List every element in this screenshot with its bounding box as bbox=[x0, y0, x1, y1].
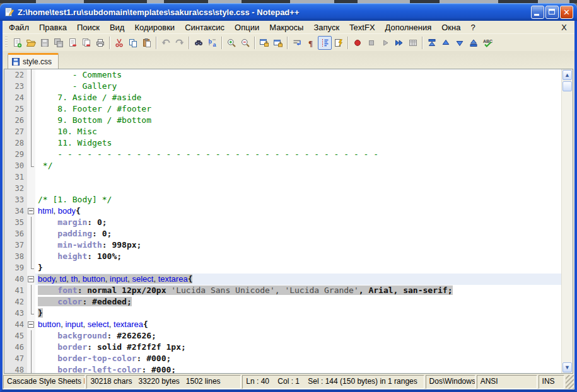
code-line-26[interactable]: 26 9. Bottom / #bottom bbox=[4, 115, 562, 126]
code-line-43[interactable]: 43} bbox=[4, 308, 562, 319]
code-text[interactable]: } bbox=[35, 308, 562, 319]
copy-icon[interactable] bbox=[126, 36, 140, 50]
code-text[interactable]: 7. Aside / #aside bbox=[35, 92, 562, 103]
scroll-down-arrow-icon[interactable]: ▼ bbox=[562, 362, 572, 372]
toolbar-grip[interactable] bbox=[5, 37, 8, 49]
minimize-button[interactable] bbox=[531, 6, 544, 19]
paste-icon[interactable] bbox=[140, 36, 154, 50]
status-insert-mode[interactable]: INS bbox=[539, 375, 565, 389]
fold-toggle-icon[interactable] bbox=[27, 319, 35, 330]
menu-item-settings[interactable]: Опции bbox=[230, 21, 264, 33]
code-line-28[interactable]: 28 11. Widgets bbox=[4, 137, 562, 149]
code-line-40[interactable]: 40body, td, th, button, input, select, t… bbox=[4, 274, 562, 285]
code-line-47[interactable]: 47 border-top-color: #000; bbox=[4, 353, 562, 364]
code-text[interactable]: margin: 0; bbox=[35, 217, 562, 228]
code-line-29[interactable]: 29 - - - - - - - - - - - - - - - - - - -… bbox=[4, 149, 562, 160]
title-bar[interactable]: Z:\home\test1.ru\subdomain\templates\sak… bbox=[0, 3, 577, 21]
code-text[interactable]: 10. Misc bbox=[35, 126, 562, 137]
code-line-23[interactable]: 23 - Gallery bbox=[4, 81, 562, 92]
code-text[interactable]: border-top-color: #000; bbox=[35, 353, 562, 364]
code-text[interactable]: - - - - - - - - - - - - - - - - - - - - … bbox=[35, 149, 562, 160]
code-text[interactable]: */ bbox=[35, 160, 562, 171]
status-cursor-position[interactable]: Ln : 40 Col : 1 Sel : 144 (150 bytes) in… bbox=[242, 375, 424, 389]
code-line-32[interactable]: 32 bbox=[4, 183, 562, 194]
code-line-39[interactable]: 39} bbox=[4, 262, 562, 274]
show-all-characters-icon[interactable]: ¶ bbox=[304, 36, 318, 50]
code-text[interactable]: background: #262626; bbox=[35, 330, 562, 342]
menu-item-file[interactable]: Файл bbox=[4, 21, 34, 33]
open-icon[interactable] bbox=[24, 36, 38, 50]
find-icon[interactable] bbox=[192, 36, 206, 50]
menu-item-plugins[interactable]: Дополнения bbox=[380, 21, 437, 33]
code-text[interactable]: 11. Widgets bbox=[35, 137, 562, 149]
print-icon[interactable] bbox=[93, 36, 107, 50]
textfx-move-down-icon[interactable] bbox=[453, 36, 467, 50]
maximize-button[interactable] bbox=[545, 6, 559, 19]
code-text[interactable]: color: #ededed; bbox=[35, 296, 562, 308]
code-text[interactable]: font: normal 12px/20px 'Lucida Sans Unic… bbox=[35, 285, 562, 296]
status-eol-format[interactable]: Dos\Windows bbox=[426, 375, 475, 389]
code-text[interactable]: body, td, th, button, input, select, tex… bbox=[35, 274, 562, 285]
sync-vertical-scroll-icon[interactable] bbox=[257, 36, 271, 50]
code-line-46[interactable]: 46 border: solid #2f2f2f 1px; bbox=[4, 342, 562, 353]
redo-icon[interactable] bbox=[173, 36, 187, 50]
code-line-24[interactable]: 24 7. Aside / #aside bbox=[4, 92, 562, 103]
textfx-move-up-icon[interactable] bbox=[439, 36, 453, 50]
cut-icon[interactable] bbox=[112, 36, 126, 50]
menu-item-textfx[interactable]: TextFX bbox=[344, 21, 380, 33]
code-line-48[interactable]: 48 border-left-color: #000; bbox=[4, 364, 562, 373]
code-text[interactable]: 8. Footer / #footer bbox=[35, 103, 562, 115]
vertical-scrollbar[interactable]: ▲ ▼ bbox=[561, 69, 573, 373]
code-text[interactable]: - Comments bbox=[35, 69, 562, 81]
close-all-icon[interactable] bbox=[79, 36, 93, 50]
code-line-42[interactable]: 42 color: #ededed; bbox=[4, 296, 562, 308]
code-text[interactable]: height: 100%; bbox=[35, 251, 562, 262]
code-line-38[interactable]: 38 height: 100%; bbox=[4, 251, 562, 262]
word-wrap-icon[interactable] bbox=[290, 36, 304, 50]
menu-item-view[interactable]: Вид bbox=[105, 21, 130, 33]
fold-toggle-icon[interactable] bbox=[27, 205, 35, 217]
document-close-x[interactable]: X bbox=[555, 23, 573, 32]
macro-save-icon[interactable] bbox=[406, 36, 420, 50]
code-line-44[interactable]: 44button, input, select, textarea{ bbox=[4, 319, 562, 330]
tab-style-css[interactable]: style.css bbox=[8, 53, 59, 69]
fold-toggle-icon[interactable] bbox=[27, 274, 35, 285]
macro-stop-icon[interactable] bbox=[364, 36, 378, 50]
code-line-35[interactable]: 35 margin: 0; bbox=[4, 217, 562, 228]
save-all-icon[interactable] bbox=[52, 36, 66, 50]
code-text[interactable]: } bbox=[35, 262, 562, 274]
code-text[interactable] bbox=[35, 171, 562, 183]
code-text[interactable]: html, body{ bbox=[35, 205, 562, 217]
code-text[interactable]: border: solid #2f2f2f 1px; bbox=[35, 342, 562, 353]
menu-item-help[interactable]: ? bbox=[465, 21, 480, 33]
code-line-34[interactable]: 34html, body{ bbox=[4, 205, 562, 217]
code-line-33[interactable]: 33/* [1. Body] */ bbox=[4, 194, 562, 205]
code-line-30[interactable]: 30 */ bbox=[4, 160, 562, 171]
new-file-icon[interactable] bbox=[10, 36, 24, 50]
status-encoding[interactable]: ANSI bbox=[477, 375, 537, 389]
code-line-36[interactable]: 36 padding: 0; bbox=[4, 228, 562, 239]
code-text[interactable] bbox=[35, 183, 562, 194]
menu-item-language[interactable]: Синтаксис bbox=[180, 21, 230, 33]
save-icon[interactable] bbox=[38, 36, 52, 50]
spell-check-icon[interactable]: ABC bbox=[481, 36, 494, 50]
code-text[interactable]: 9. Bottom / #bottom bbox=[35, 115, 562, 126]
menu-item-run[interactable]: Запуск bbox=[308, 21, 344, 33]
code-line-45[interactable]: 45 background: #262626; bbox=[4, 330, 562, 342]
resize-grip[interactable] bbox=[566, 375, 574, 389]
macro-play-icon[interactable] bbox=[378, 36, 392, 50]
textfx-move-top-icon[interactable] bbox=[425, 36, 439, 50]
scroll-up-arrow-icon[interactable]: ▲ bbox=[562, 70, 572, 80]
code-line-25[interactable]: 25 8. Footer / #footer bbox=[4, 103, 562, 115]
sync-horizontal-scroll-icon[interactable] bbox=[271, 36, 285, 50]
user-dialog-icon[interactable] bbox=[332, 36, 346, 50]
code-text[interactable]: padding: 0; bbox=[35, 228, 562, 239]
menu-item-edit[interactable]: Правка bbox=[34, 21, 72, 33]
undo-icon[interactable] bbox=[159, 36, 173, 50]
zoom-out-icon[interactable] bbox=[238, 36, 252, 50]
code-line-31[interactable]: 31 bbox=[4, 171, 562, 183]
menu-item-macro[interactable]: Макросы bbox=[264, 21, 308, 33]
menu-item-encoding[interactable]: Кодировки bbox=[129, 21, 180, 33]
code-editor[interactable]: 22 - Comments23 - Gallery24 7. Aside / #… bbox=[4, 69, 573, 374]
close-button[interactable]: ✕ bbox=[560, 6, 573, 19]
